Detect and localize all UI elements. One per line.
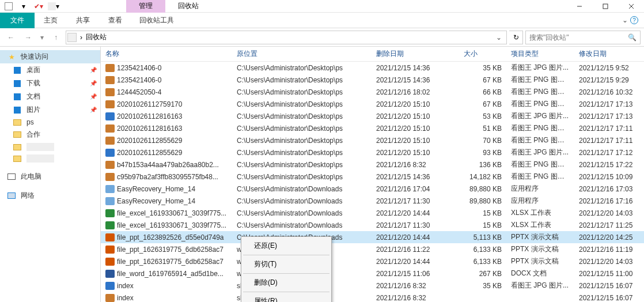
sidebar-item[interactable]: 下载📌 — [0, 77, 100, 90]
ctx-separator — [243, 255, 329, 255]
table-row[interactable]: 20201026112855629C:\Users\Administrator\… — [101, 134, 644, 146]
table-row[interactable]: file_excel_1619330671_3039f775...C:\User… — [101, 219, 644, 231]
table-row[interactable]: 20201026112759170C:\Users\Administrator\… — [101, 98, 644, 110]
cell-type: 看图王 PNG 图片... — [506, 172, 574, 182]
ctx-restore[interactable]: 还原(E) — [243, 238, 330, 254]
ctx-cut[interactable]: 剪切(T) — [243, 256, 330, 272]
sidebar-item[interactable]: 桌面📌 — [0, 63, 100, 77]
table-row[interactable]: EasyRecovery_Home_14C:\Users\Administrat… — [101, 195, 644, 207]
minimize-button[interactable] — [566, 0, 592, 13]
search-box[interactable]: 🔍 — [525, 31, 641, 44]
cell-date-modified: 2021/12/17 17:13 — [574, 100, 638, 108]
sidebar-this-pc[interactable]: 此电脑 — [0, 170, 100, 183]
home-tab[interactable]: 主页 — [35, 13, 67, 28]
col-date-deleted[interactable]: 删除日期 — [372, 49, 459, 59]
qat-check-icon[interactable]: ✔▾ — [32, 1, 45, 12]
cell-original-location: C:\Users\Administrator\Downloads — [232, 209, 372, 217]
cell-size: 5,113 KB — [459, 233, 506, 241]
cell-name: file_excel_1619330671_3039f775... — [101, 221, 232, 229]
view-tab[interactable]: 查看 — [99, 13, 131, 28]
cell-date-modified: 2021/12/20 14:25 — [574, 233, 638, 241]
qat-app-icon[interactable] — [2, 1, 15, 12]
table-row[interactable]: 1244452050-4C:\Users\Administrator\Deskt… — [101, 86, 644, 98]
file-type-icon — [105, 137, 115, 145]
share-tab[interactable]: 共享 — [67, 13, 99, 28]
cell-date-deleted: 2021/12/20 15:10 — [372, 100, 459, 108]
sidebar-item[interactable]: 合作 — [0, 128, 100, 141]
help-icon[interactable]: ? — [630, 16, 638, 24]
sidebar-item[interactable]: xxxxxxxx — [0, 153, 100, 164]
recent-dropdown[interactable]: ▾ — [38, 30, 46, 45]
table-row[interactable]: b47b153a44aa479ab26aa80b2...C:\Users\Adm… — [101, 158, 644, 171]
sidebar-item-label: 合作 — [26, 130, 40, 139]
table-row[interactable]: indexsktop\ps2021/12/16 8:3235 KB看图王 JPG… — [101, 280, 644, 292]
table-row[interactable]: indexsktop\ps2021/12/16 8:322021/12/15 1… — [101, 292, 644, 302]
table-row[interactable]: 20201026112816163C:\Users\Administrator\… — [101, 110, 644, 122]
address-bar[interactable]: › 回收站 ⌄ — [66, 31, 507, 44]
search-input[interactable] — [529, 33, 628, 41]
cell-date-deleted: 2021/12/16 17:04 — [372, 185, 459, 193]
cell-date-deleted: 2021/12/20 14:44 — [372, 233, 459, 241]
table-row[interactable]: 20201026112855629C:\Users\Administrator\… — [101, 146, 644, 158]
quick-access-toolbar: ▾ ✔▾ ▾ — [0, 1, 60, 12]
sidebar-item[interactable]: 文档📌 — [0, 90, 100, 103]
cell-name: file_ppt_1626319775_6db6258ac7 — [101, 246, 232, 254]
col-item-type[interactable]: 项目类型 — [506, 49, 574, 59]
sidebar-item[interactable]: 图片📌 — [0, 103, 100, 116]
back-button[interactable]: ← — [3, 30, 18, 45]
close-button[interactable] — [618, 0, 644, 13]
cell-type: 看图王 JPG 图片... — [506, 63, 574, 73]
svg-rect-1 — [603, 4, 608, 9]
qat-dropdown[interactable]: ▾ — [17, 1, 30, 12]
cell-size: 53 KB — [459, 112, 506, 120]
file-type-icon — [105, 76, 115, 84]
file-type-icon — [105, 221, 115, 229]
refresh-button[interactable]: ↻ — [509, 31, 523, 44]
qat-blank[interactable]: ▾ — [47, 1, 60, 12]
table-row[interactable]: file_ppt_1623892526_d55e0d749aC:\Users\A… — [101, 231, 644, 243]
table-row[interactable]: file_excel_1619330671_3039f775...C:\User… — [101, 207, 644, 219]
maximize-button[interactable] — [592, 0, 618, 13]
cell-date-modified: 2021/12/15 16:07 — [574, 294, 638, 302]
search-icon[interactable]: 🔍 — [628, 33, 637, 41]
file-tab[interactable]: 文件 — [0, 13, 35, 28]
ctx-properties[interactable]: 属性(R) — [243, 293, 330, 302]
cell-name: 20201026112759170 — [101, 100, 232, 108]
breadcrumb-location[interactable]: 回收站 — [86, 32, 489, 42]
cell-type: 看图王 JPG 图片... — [506, 281, 574, 290]
sidebar-item-label: xxxxxxxx — [26, 143, 54, 151]
cell-date-deleted: 2021/12/16 8:32 — [372, 161, 459, 169]
col-name[interactable]: 名称 — [101, 49, 232, 59]
sidebar-quick-access[interactable]: ★ 快速访问 — [0, 50, 100, 63]
location-title: 回收站 — [165, 0, 211, 13]
col-original-location[interactable]: 原位置 — [232, 49, 372, 59]
table-row[interactable]: file_ppt_1626319775_6db6258ac7wnloads202… — [101, 243, 644, 255]
cell-type: 看图王 PNG 图片... — [506, 135, 574, 145]
address-dropdown[interactable]: ⌄ — [493, 33, 505, 41]
table-row[interactable]: EasyRecovery_Home_14C:\Users\Administrat… — [101, 183, 644, 195]
sidebar-item-label: 桌面 — [26, 65, 40, 75]
ctx-separator — [243, 292, 329, 292]
up-button[interactable]: ↑ — [48, 30, 63, 45]
cell-date-modified: 2021/12/15 17:22 — [574, 161, 638, 169]
cell-date-deleted: 2021/12/20 14:44 — [372, 209, 459, 217]
table-row[interactable]: file_ppt_1626319775_6db6258ac7wnloads202… — [101, 255, 644, 267]
col-size[interactable]: 大小 — [459, 49, 506, 59]
sidebar-item-label: 下载 — [26, 78, 40, 88]
sidebar-item[interactable]: ps — [0, 116, 100, 128]
column-headers: 名称 原位置 删除日期 大小 项目类型 修改日期 — [101, 47, 644, 62]
forward-button[interactable]: → — [21, 30, 36, 45]
sidebar-item[interactable]: xxxxxxxx — [0, 141, 100, 153]
table-row[interactable]: file_word_1619765914_ad5d1be...wnloads20… — [101, 267, 644, 280]
sidebar-network[interactable]: 网络 — [0, 189, 100, 202]
table-row[interactable]: c95b97ba2af3ffb83095575fb48...C:\Users\A… — [101, 171, 644, 183]
ribbon-help[interactable]: ⌄ ? — [616, 15, 644, 25]
cell-name: 1235421406-0 — [101, 64, 232, 72]
table-row[interactable]: 1235421406-0C:\Users\Administrator\Deskt… — [101, 62, 644, 74]
manage-contextual-tab[interactable]: 管理 — [126, 0, 165, 13]
table-row[interactable]: 20201026112816163C:\Users\Administrator\… — [101, 122, 644, 134]
col-date-modified[interactable]: 修改日期 — [574, 49, 638, 59]
table-row[interactable]: 1235421406-0C:\Users\Administrator\Deskt… — [101, 74, 644, 86]
recycle-tools-tab[interactable]: 回收站工具 — [131, 13, 182, 28]
ctx-delete[interactable]: 删除(D) — [243, 275, 330, 290]
